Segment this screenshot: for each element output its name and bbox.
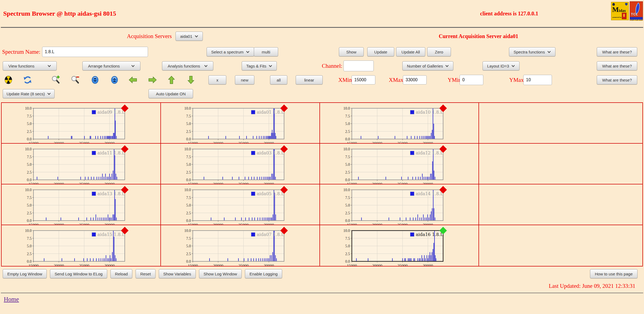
spectrum-chart-aida07[interactable]: 0.02.55.07.510.015000200002500030000aida… xyxy=(181,227,316,266)
gallery-cell-aida12[interactable]: 0.02.55.07.510.015000200002500030000aida… xyxy=(320,144,479,184)
send-log-window-to-elog-button[interactable]: Send Log Window to ELog xyxy=(50,269,107,278)
xmax-input[interactable] xyxy=(403,75,427,85)
how-to-use-button[interactable]: How to use this page xyxy=(590,269,638,278)
arrange-functions-dropdown[interactable]: Arrange functions xyxy=(82,61,140,70)
auto-update-button[interactable]: Auto Update ON xyxy=(149,89,193,98)
show-variables-button[interactable]: Show Variables xyxy=(159,269,196,278)
ymin-input[interactable] xyxy=(460,75,483,85)
update-all-button[interactable]: Update All xyxy=(396,47,425,56)
x-tick-label: 20000 xyxy=(372,264,382,266)
spectrum-chart-aida14[interactable]: 0.02.55.07.510.015000200002500030000aida… xyxy=(340,186,475,225)
chevron-down-icon xyxy=(269,65,272,67)
xmin-label: XMin xyxy=(338,77,352,83)
x-tick-label: 20000 xyxy=(213,141,223,144)
gallery-cell-aida05[interactable]: 0.02.55.07.510.015000200002500030000aida… xyxy=(161,184,320,225)
x-tick-label: 15000 xyxy=(347,141,357,144)
gallery-cell-aida11[interactable]: 0.02.55.07.510.015000200002500030000aida… xyxy=(2,144,161,184)
legend-swatch-icon xyxy=(92,110,96,114)
gallery-cell-aida14[interactable]: 0.02.55.07.510.015000200002500030000aida… xyxy=(320,184,479,225)
acquisition-server-dropdown[interactable]: aida01 xyxy=(176,32,203,41)
spectrum-name-input[interactable] xyxy=(42,47,148,57)
legend-swatch-icon xyxy=(251,232,255,237)
select-spectrum-dropdown[interactable]: Select a spectrum xyxy=(207,47,254,56)
all-button[interactable]: all xyxy=(270,75,287,85)
spectrum-chart-aida15[interactable]: 0.02.55.07.510.015000200002500030000aida… xyxy=(22,227,157,266)
gallery-cell-aida10[interactable]: 0.02.55.07.510.015000200002500030000aida… xyxy=(320,103,479,144)
scroll-down-icon[interactable] xyxy=(91,76,99,84)
gallery-cell-aida13[interactable]: 0.02.55.07.510.015000200002500030000aida… xyxy=(2,184,161,225)
show-log-window-button[interactable]: Show Log Window xyxy=(199,269,242,278)
arrow-left-icon[interactable] xyxy=(129,76,137,84)
update-button[interactable]: Update xyxy=(367,47,394,56)
x-tick-label: 20000 xyxy=(372,182,382,184)
spectrum-chart-aida09[interactable]: 0.02.55.07.510.015000200002500030000aida… xyxy=(22,104,157,144)
chevron-down-icon xyxy=(246,51,249,53)
y-tick-label: 0.0 xyxy=(186,137,191,141)
arrow-up-icon[interactable] xyxy=(167,76,176,84)
gallery-cell-aida09[interactable]: 0.02.55.07.510.015000200002500030000aida… xyxy=(2,103,161,144)
multi-button[interactable]: multi xyxy=(254,47,278,56)
update-rate-dropdown[interactable]: Update Rate (8 secs) xyxy=(3,89,55,98)
spectrum-chart-aida11[interactable]: 0.02.55.07.510.015000200002500030000aida… xyxy=(22,145,157,184)
analysis-functions-label: Analysis functions xyxy=(168,64,200,68)
refresh-icon[interactable] xyxy=(23,76,32,84)
chevron-down-icon xyxy=(47,93,51,95)
spectrum-chart-aida10[interactable]: 0.02.55.07.510.015000200002500030000aida… xyxy=(340,104,475,144)
spectrum-chart-aida16[interactable]: 0.02.55.07.510.015000200002500030000aida… xyxy=(340,227,475,266)
radiation-icon[interactable] xyxy=(4,76,13,84)
chart-holder: 0.02.55.07.510.015000200002500030000aida… xyxy=(22,104,160,144)
arrow-right-icon[interactable] xyxy=(148,76,157,84)
view-functions-dropdown[interactable]: View functions xyxy=(3,61,57,70)
functions-row: View functions Arrange functions Analysi… xyxy=(0,59,644,73)
scroll-up-icon[interactable] xyxy=(110,76,119,84)
x-axis-button[interactable]: x xyxy=(208,75,226,85)
gallery-cell-aida01[interactable]: 0.02.55.07.510.015000200002500030000aida… xyxy=(161,103,320,144)
what-are-these-button-1[interactable]: What are these? xyxy=(597,47,637,56)
y-tick-label: 7.5 xyxy=(27,114,32,118)
spectrum-chart-aida01[interactable]: 0.02.55.07.510.015000200002500030000aida… xyxy=(181,104,316,144)
x-tick-label: 25000 xyxy=(79,264,89,266)
gallery-cell-aida07[interactable]: 0.02.55.07.510.015000200002500030000aida… xyxy=(161,225,320,266)
reload-button[interactable]: Reload xyxy=(110,269,133,278)
x-tick-label: 25000 xyxy=(79,223,89,225)
number-of-galleries-dropdown[interactable]: Number of Galleries xyxy=(402,61,453,70)
reset-button[interactable]: Reset xyxy=(136,269,155,278)
legend-label: aida12 1.8.L xyxy=(416,150,443,156)
chart-holder: 0.02.55.07.510.015000200002500030000aida… xyxy=(22,227,160,266)
acquisition-server-value: aida01 xyxy=(180,34,192,39)
zoom-in-icon[interactable] xyxy=(51,76,60,84)
arrange-functions-label: Arrange functions xyxy=(88,64,120,68)
acquisition-servers-label: Acquisition Servers xyxy=(127,33,172,40)
arrow-down-icon[interactable] xyxy=(187,76,195,84)
gallery-cell-aida16[interactable]: 0.02.55.07.510.015000200002500030000aida… xyxy=(320,225,479,266)
x-tick-label: 20000 xyxy=(54,223,64,225)
empty-log-window-button[interactable]: Empty Log Window xyxy=(3,269,47,278)
ymax-input[interactable] xyxy=(523,75,552,85)
chevron-down-icon xyxy=(131,65,135,67)
linear-button[interactable]: linear xyxy=(296,75,323,85)
channel-input[interactable] xyxy=(343,60,374,71)
spectrum-chart-aida13[interactable]: 0.02.55.07.510.015000200002500030000aida… xyxy=(22,186,157,225)
x-tick-label: 15000 xyxy=(28,264,39,266)
update-rate-row: Update Rate (8 secs) Auto Update ON xyxy=(0,87,644,100)
gallery-cell-aida03[interactable]: 0.02.55.07.510.015000200002500030000aida… xyxy=(161,144,320,184)
spectrum-chart-aida03[interactable]: 0.02.55.07.510.015000200002500030000aida… xyxy=(181,145,316,184)
layout-id-dropdown[interactable]: Layout ID=3 xyxy=(483,61,520,70)
spectra-functions-dropdown[interactable]: Spectra functions xyxy=(509,47,555,56)
enable-logging-button[interactable]: Enable Logging xyxy=(245,269,282,278)
new-button[interactable]: new xyxy=(235,75,254,85)
xmin-input[interactable] xyxy=(352,75,375,85)
what-are-these-button-2[interactable]: What are these? xyxy=(597,61,637,70)
show-button[interactable]: Show xyxy=(339,47,364,56)
zoom-out-icon[interactable] xyxy=(71,76,79,84)
spectrum-chart-aida05[interactable]: 0.02.55.07.510.015000200002500030000aida… xyxy=(181,186,316,225)
what-are-these-button-3[interactable]: What are these? xyxy=(597,75,637,85)
legend-label: aida05 1.8.L xyxy=(257,191,284,196)
gallery-cell-aida15[interactable]: 0.02.55.07.510.015000200002500030000aida… xyxy=(2,225,161,266)
zero-button[interactable]: Zero xyxy=(427,47,451,56)
spectrum-chart-aida12[interactable]: 0.02.55.07.510.015000200002500030000aida… xyxy=(340,145,475,184)
home-link[interactable]: Home xyxy=(4,296,19,303)
analysis-functions-dropdown[interactable]: Analysis functions xyxy=(162,61,213,70)
tags-fits-dropdown[interactable]: Tags & Fits xyxy=(242,61,277,70)
x-tick-label: 15000 xyxy=(188,223,198,225)
